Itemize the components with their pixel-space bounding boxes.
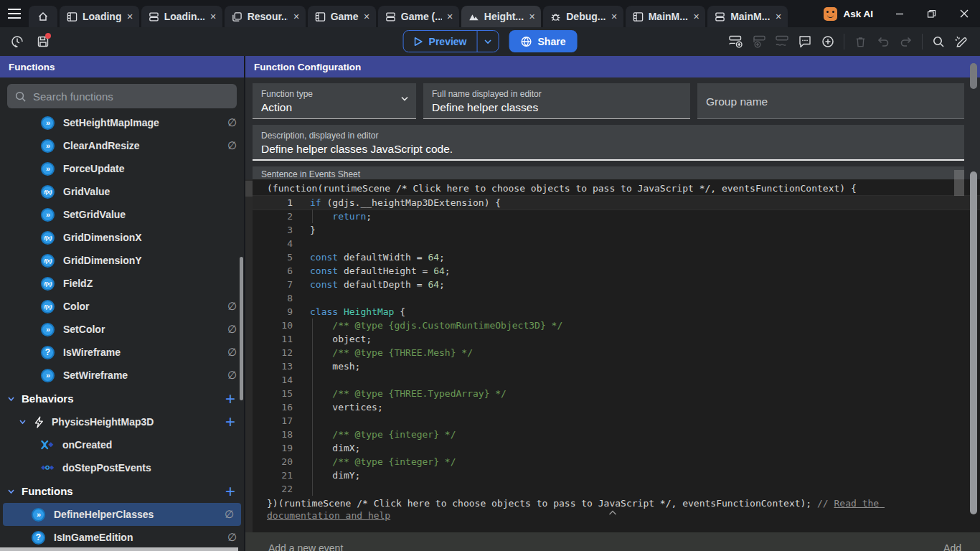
full-name-field[interactable]: Full name displayed in editor Define hel…: [423, 83, 690, 119]
code-line-22[interactable]: 22: [253, 482, 980, 496]
add-new-event-button[interactable]: Add a new event: [268, 542, 343, 551]
preview-dropdown-button[interactable]: [477, 31, 499, 52]
code-line-18[interactable]: 18 /** @type {integer} */: [253, 428, 980, 441]
undo-icon[interactable]: [872, 30, 895, 53]
tab-close-icon[interactable]: ✕: [529, 12, 535, 22]
sidebar-item-griddimensiony[interactable]: f(x)GridDimensionY: [0, 249, 244, 272]
add-button[interactable]: Add: [943, 542, 961, 551]
tab-game-3[interactable]: Game✕: [308, 6, 376, 27]
add-event-icon[interactable]: [725, 30, 748, 53]
tab-mainm-7[interactable]: MainM...✕: [626, 6, 705, 27]
sidebar-item-clearandresize[interactable]: »ClearAndResize∅: [0, 134, 244, 157]
sidebar-item-setgridvalue[interactable]: »SetGridValue: [0, 203, 244, 226]
code-line-17[interactable]: 17: [253, 414, 980, 428]
add-external-event-icon[interactable]: [771, 30, 793, 53]
history-icon[interactable]: [6, 30, 29, 53]
preview-button-main[interactable]: Preview: [404, 31, 477, 52]
tab-close-icon[interactable]: ✕: [293, 12, 299, 22]
code-line-3[interactable]: 3}: [253, 223, 980, 237]
circle-plus-icon[interactable]: [816, 30, 839, 53]
add-behavior-button[interactable]: +: [225, 392, 235, 406]
minimize-button[interactable]: [883, 0, 915, 27]
tab-game-4[interactable]: Game (...✕: [378, 6, 459, 27]
tab-debug-6[interactable]: Debug...✕: [543, 6, 623, 27]
tab-close-icon[interactable]: ✕: [126, 12, 133, 22]
add-comment-icon[interactable]: [793, 30, 816, 53]
behavior-row[interactable]: PhysicsHeightMap3D +: [0, 410, 244, 433]
tab-loading-0[interactable]: Loading✕: [60, 6, 139, 27]
code-line-16[interactable]: 16 vertices;: [253, 400, 980, 414]
redo-icon[interactable]: [895, 30, 918, 53]
sidebar-item-color[interactable]: f(x)Color∅: [0, 295, 244, 318]
sidebar-item-fieldz[interactable]: f(x)FieldZ: [0, 272, 244, 295]
functions-section-header[interactable]: Functions +: [0, 479, 244, 503]
code-line-7[interactable]: 7const defaultDepth = 64;: [253, 278, 980, 291]
search-icon[interactable]: [927, 30, 950, 53]
tab-close-icon[interactable]: ✕: [447, 12, 453, 22]
tab-close-icon[interactable]: ✕: [611, 12, 617, 22]
sidebar-item-iswireframe[interactable]: ?IsWireframe∅: [0, 341, 244, 364]
edit-settings-icon[interactable]: [950, 30, 973, 53]
code-line-11[interactable]: 11 object;: [253, 332, 980, 346]
sidebar-horizontal-scrollbar[interactable]: [0, 547, 238, 551]
code-line-4[interactable]: 4: [253, 237, 980, 250]
save-icon[interactable]: [32, 30, 55, 53]
collapse-editor-caret[interactable]: [609, 510, 617, 515]
code-footer-line[interactable]: })(runtimeScene /* Click here to choose …: [253, 496, 980, 522]
code-line-13[interactable]: 13 mesh;: [253, 359, 980, 373]
ask-ai-button[interactable]: Ask AI: [814, 0, 883, 27]
sidebar-item-forceupdate[interactable]: »ForceUpdate: [0, 157, 244, 180]
sidebar-vertical-scrollbar[interactable]: [240, 257, 243, 400]
behavior-method-dosteppostevents[interactable]: doStepPostEvents: [0, 456, 244, 479]
share-button[interactable]: Share: [509, 30, 578, 52]
search-functions-input[interactable]: [33, 90, 230, 103]
code-line-5[interactable]: 5const defaultWidth = 64;: [253, 250, 980, 264]
tab-height-5[interactable]: Height...✕: [461, 6, 541, 27]
sidebar-item-setheightmapimage[interactable]: »SetHeightMapImage∅: [0, 111, 244, 134]
add-behavior-function-button[interactable]: +: [225, 415, 235, 429]
code-line-19[interactable]: 19 dimX;: [253, 441, 980, 455]
code-line-15[interactable]: 15 /** @type {THREE.TypedArray} */: [253, 387, 980, 400]
tab-close-icon[interactable]: ✕: [775, 12, 781, 22]
code-editor-scrollbar[interactable]: [954, 170, 964, 196]
sidebar-item-gridvalue[interactable]: f(x)GridValue: [0, 180, 244, 203]
events-scrollbar[interactable]: [970, 171, 977, 514]
tab-close-icon[interactable]: ✕: [364, 12, 370, 22]
javascript-code-editor[interactable]: (function(runtimeScene /* Click here to …: [245, 179, 980, 532]
code-line-9[interactable]: 9class HeightMap {: [253, 305, 980, 319]
function-type-select[interactable]: Function type Action: [253, 83, 416, 119]
description-field[interactable]: Description, displayed in editor Define …: [253, 125, 964, 161]
tab-mainm-8[interactable]: MainM...✕: [707, 6, 787, 27]
code-line-2[interactable]: 2 return;: [253, 209, 980, 223]
code-header-line[interactable]: (function(runtimeScene /* Click here to …: [253, 179, 980, 194]
behaviors-section-header[interactable]: Behaviors +: [0, 387, 244, 410]
search-functions-box[interactable]: [7, 84, 237, 108]
close-button[interactable]: [948, 0, 980, 27]
tab-resour-2[interactable]: Resour...✕: [225, 6, 306, 27]
main-menu-button[interactable]: [0, 0, 29, 27]
sidebar-item-setwireframe[interactable]: »SetWireframe∅: [0, 364, 244, 387]
sidebar-item-setcolor[interactable]: »SetColor∅: [0, 318, 244, 341]
add-subevent-icon[interactable]: [748, 30, 771, 53]
sidebar-item-griddimensionx[interactable]: f(x)GridDimensionX: [0, 226, 244, 249]
tab-home[interactable]: [29, 6, 57, 27]
group-name-field[interactable]: Group name: [697, 83, 964, 119]
behavior-method-oncreated[interactable]: onCreated: [0, 433, 244, 456]
sentence-field[interactable]: Sentence in Events Sheet: [253, 166, 964, 179]
tab-close-icon[interactable]: ✕: [693, 12, 699, 22]
tab-loadin-1[interactable]: Loadin...✕: [141, 6, 222, 27]
code-line-6[interactable]: 6const defaultHeight = 64;: [253, 264, 980, 278]
code-line-8[interactable]: 8: [253, 291, 980, 305]
code-line-10[interactable]: 10 /** @type {gdjs.CustomRuntimeObject3D…: [253, 319, 980, 332]
code-line-20[interactable]: 20 /** @type {integer} */: [253, 455, 980, 468]
event-drag-handle[interactable]: [245, 181, 253, 197]
maximize-button[interactable]: [915, 0, 948, 27]
sidebar-item-definehelperclasses[interactable]: »DefineHelperClasses∅: [3, 503, 241, 526]
add-function-button[interactable]: +: [225, 484, 235, 499]
trash-icon[interactable]: [849, 30, 872, 53]
code-line-14[interactable]: 14: [253, 373, 980, 387]
config-scrollbar[interactable]: [970, 63, 977, 89]
tab-close-icon[interactable]: ✕: [209, 12, 216, 22]
preview-button[interactable]: Preview: [403, 30, 499, 52]
code-line-21[interactable]: 21 dimY;: [253, 468, 980, 482]
